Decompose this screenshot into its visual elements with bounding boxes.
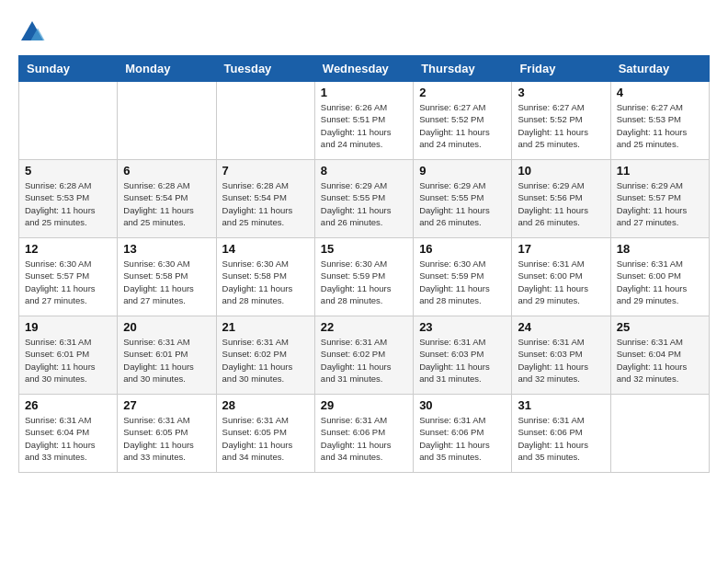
calendar-week-2: 5Sunrise: 6:28 AM Sunset: 5:53 PM Daylig… — [19, 160, 710, 238]
weekday-header-row: SundayMondayTuesdayWednesdayThursdayFrid… — [19, 56, 710, 82]
day-info: Sunrise: 6:30 AM Sunset: 5:58 PM Dayligh… — [222, 258, 309, 306]
day-info: Sunrise: 6:26 AM Sunset: 5:51 PM Dayligh… — [321, 101, 407, 150]
calendar-cell: 16Sunrise: 6:30 AM Sunset: 5:59 PM Dayli… — [414, 238, 512, 316]
calendar-table: SundayMondayTuesdayWednesdayThursdayFrid… — [18, 55, 710, 473]
weekday-header-monday: Monday — [118, 56, 216, 82]
calendar-cell: 25Sunrise: 6:31 AM Sunset: 6:04 PM Dayli… — [610, 316, 709, 395]
calendar-week-1: 1Sunrise: 6:26 AM Sunset: 5:51 PM Daylig… — [19, 82, 710, 160]
day-number: 17 — [518, 242, 604, 256]
calendar-cell: 19Sunrise: 6:31 AM Sunset: 6:01 PM Dayli… — [19, 316, 118, 395]
calendar-cell: 2Sunrise: 6:27 AM Sunset: 5:52 PM Daylig… — [414, 82, 512, 160]
day-number: 16 — [419, 242, 506, 256]
calendar-cell: 10Sunrise: 6:29 AM Sunset: 5:56 PM Dayli… — [512, 160, 610, 238]
calendar-week-4: 19Sunrise: 6:31 AM Sunset: 6:01 PM Dayli… — [19, 316, 710, 395]
calendar-cell: 13Sunrise: 6:30 AM Sunset: 5:58 PM Dayli… — [118, 238, 216, 316]
day-info: Sunrise: 6:31 AM Sunset: 6:01 PM Dayligh… — [123, 336, 210, 385]
weekday-header-sunday: Sunday — [19, 56, 118, 82]
day-info: Sunrise: 6:31 AM Sunset: 6:00 PM Dayligh… — [518, 258, 604, 306]
weekday-header-saturday: Saturday — [610, 56, 709, 82]
day-number: 5 — [25, 164, 111, 178]
calendar-cell: 14Sunrise: 6:30 AM Sunset: 5:58 PM Dayli… — [216, 238, 314, 316]
day-info: Sunrise: 6:31 AM Sunset: 6:06 PM Dayligh… — [419, 414, 506, 463]
calendar-cell: 31Sunrise: 6:31 AM Sunset: 6:06 PM Dayli… — [512, 395, 610, 473]
day-info: Sunrise: 6:31 AM Sunset: 6:01 PM Dayligh… — [25, 336, 111, 385]
day-info: Sunrise: 6:29 AM Sunset: 5:56 PM Dayligh… — [518, 179, 604, 228]
calendar-cell — [610, 395, 709, 473]
day-info: Sunrise: 6:28 AM Sunset: 5:54 PM Dayligh… — [123, 179, 210, 228]
calendar-cell: 30Sunrise: 6:31 AM Sunset: 6:06 PM Dayli… — [414, 395, 512, 473]
calendar-cell: 24Sunrise: 6:31 AM Sunset: 6:03 PM Dayli… — [512, 316, 610, 395]
day-info: Sunrise: 6:31 AM Sunset: 6:02 PM Dayligh… — [321, 336, 407, 385]
day-number: 19 — [25, 320, 111, 334]
logo — [18, 18, 50, 46]
calendar-cell: 18Sunrise: 6:31 AM Sunset: 6:00 PM Dayli… — [610, 238, 709, 316]
day-info: Sunrise: 6:27 AM Sunset: 5:53 PM Dayligh… — [617, 101, 703, 150]
logo-icon — [18, 18, 46, 46]
day-number: 6 — [123, 164, 210, 178]
calendar-cell: 29Sunrise: 6:31 AM Sunset: 6:06 PM Dayli… — [314, 395, 413, 473]
day-info: Sunrise: 6:31 AM Sunset: 6:03 PM Dayligh… — [419, 336, 506, 385]
day-info: Sunrise: 6:31 AM Sunset: 6:03 PM Dayligh… — [518, 336, 604, 385]
day-info: Sunrise: 6:28 AM Sunset: 5:54 PM Dayligh… — [222, 179, 309, 228]
day-info: Sunrise: 6:28 AM Sunset: 5:53 PM Dayligh… — [25, 179, 111, 228]
day-info: Sunrise: 6:29 AM Sunset: 5:55 PM Dayligh… — [419, 179, 506, 228]
weekday-header-thursday: Thursday — [414, 56, 512, 82]
calendar-cell: 7Sunrise: 6:28 AM Sunset: 5:54 PM Daylig… — [216, 160, 314, 238]
day-number: 7 — [222, 164, 309, 178]
day-number: 12 — [25, 242, 111, 256]
calendar-cell: 12Sunrise: 6:30 AM Sunset: 5:57 PM Dayli… — [19, 238, 118, 316]
day-number: 2 — [419, 86, 506, 99]
day-info: Sunrise: 6:30 AM Sunset: 5:58 PM Dayligh… — [123, 258, 210, 306]
calendar-cell: 11Sunrise: 6:29 AM Sunset: 5:57 PM Dayli… — [610, 160, 709, 238]
day-number: 23 — [419, 320, 506, 334]
day-info: Sunrise: 6:31 AM Sunset: 6:05 PM Dayligh… — [123, 414, 210, 463]
calendar-cell: 9Sunrise: 6:29 AM Sunset: 5:55 PM Daylig… — [414, 160, 512, 238]
day-info: Sunrise: 6:29 AM Sunset: 5:55 PM Dayligh… — [321, 179, 407, 228]
calendar-cell — [118, 82, 216, 160]
day-number: 28 — [222, 398, 309, 412]
calendar-cell: 3Sunrise: 6:27 AM Sunset: 5:52 PM Daylig… — [512, 82, 610, 160]
day-number: 30 — [419, 398, 506, 412]
day-number: 27 — [123, 398, 210, 412]
calendar-cell: 23Sunrise: 6:31 AM Sunset: 6:03 PM Dayli… — [414, 316, 512, 395]
day-number: 31 — [518, 398, 604, 412]
calendar-week-5: 26Sunrise: 6:31 AM Sunset: 6:04 PM Dayli… — [19, 395, 710, 473]
day-info: Sunrise: 6:27 AM Sunset: 5:52 PM Dayligh… — [518, 101, 604, 150]
day-info: Sunrise: 6:31 AM Sunset: 6:02 PM Dayligh… — [222, 336, 309, 385]
calendar-cell: 27Sunrise: 6:31 AM Sunset: 6:05 PM Dayli… — [118, 395, 216, 473]
weekday-header-wednesday: Wednesday — [314, 56, 413, 82]
calendar-cell: 17Sunrise: 6:31 AM Sunset: 6:00 PM Dayli… — [512, 238, 610, 316]
day-info: Sunrise: 6:31 AM Sunset: 6:04 PM Dayligh… — [25, 414, 111, 463]
calendar-header: SundayMondayTuesdayWednesdayThursdayFrid… — [19, 56, 710, 82]
calendar-cell: 1Sunrise: 6:26 AM Sunset: 5:51 PM Daylig… — [314, 82, 413, 160]
calendar-cell: 21Sunrise: 6:31 AM Sunset: 6:02 PM Dayli… — [216, 316, 314, 395]
day-number: 11 — [617, 164, 703, 178]
day-info: Sunrise: 6:30 AM Sunset: 5:59 PM Dayligh… — [321, 258, 407, 306]
day-number: 20 — [123, 320, 210, 334]
day-number: 21 — [222, 320, 309, 334]
calendar-cell — [216, 82, 314, 160]
day-number: 9 — [419, 164, 506, 178]
calendar-week-3: 12Sunrise: 6:30 AM Sunset: 5:57 PM Dayli… — [19, 238, 710, 316]
day-info: Sunrise: 6:29 AM Sunset: 5:57 PM Dayligh… — [617, 179, 703, 228]
calendar-cell: 8Sunrise: 6:29 AM Sunset: 5:55 PM Daylig… — [314, 160, 413, 238]
day-info: Sunrise: 6:31 AM Sunset: 6:06 PM Dayligh… — [518, 414, 604, 463]
weekday-header-tuesday: Tuesday — [216, 56, 314, 82]
day-number: 3 — [518, 86, 604, 99]
day-number: 1 — [321, 86, 407, 99]
day-number: 10 — [518, 164, 604, 178]
day-number: 14 — [222, 242, 309, 256]
day-info: Sunrise: 6:30 AM Sunset: 5:59 PM Dayligh… — [419, 258, 506, 306]
day-info: Sunrise: 6:31 AM Sunset: 6:05 PM Dayligh… — [222, 414, 309, 463]
calendar-cell: 5Sunrise: 6:28 AM Sunset: 5:53 PM Daylig… — [19, 160, 118, 238]
calendar-body: 1Sunrise: 6:26 AM Sunset: 5:51 PM Daylig… — [19, 82, 710, 473]
day-number: 18 — [617, 242, 703, 256]
day-info: Sunrise: 6:31 AM Sunset: 6:06 PM Dayligh… — [321, 414, 407, 463]
calendar-cell: 26Sunrise: 6:31 AM Sunset: 6:04 PM Dayli… — [19, 395, 118, 473]
calendar-cell: 22Sunrise: 6:31 AM Sunset: 6:02 PM Dayli… — [314, 316, 413, 395]
day-number: 15 — [321, 242, 407, 256]
day-info: Sunrise: 6:31 AM Sunset: 6:00 PM Dayligh… — [617, 258, 703, 306]
day-info: Sunrise: 6:31 AM Sunset: 6:04 PM Dayligh… — [617, 336, 703, 385]
day-info: Sunrise: 6:27 AM Sunset: 5:52 PM Dayligh… — [419, 101, 506, 150]
calendar-cell: 6Sunrise: 6:28 AM Sunset: 5:54 PM Daylig… — [118, 160, 216, 238]
